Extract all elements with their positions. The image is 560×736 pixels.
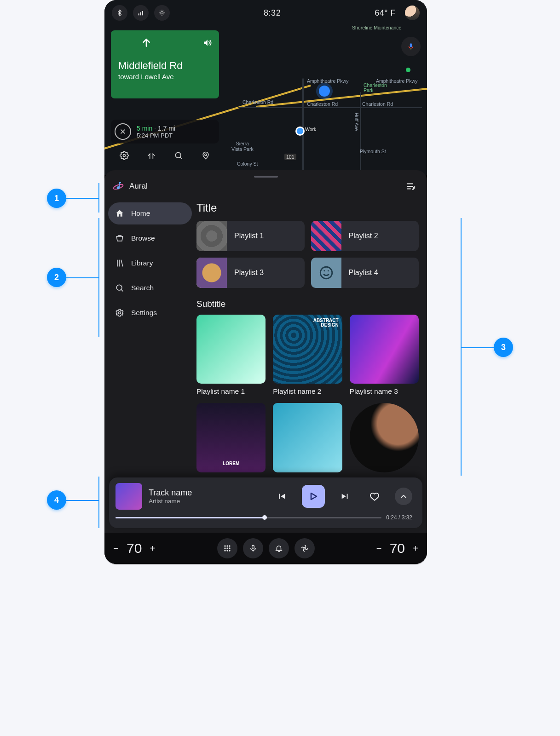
close-nav-button[interactable] bbox=[115, 123, 131, 140]
playlist-tile[interactable]: Playlist name 3 bbox=[350, 315, 419, 396]
playlist-card[interactable]: Playlist 3 bbox=[196, 258, 305, 288]
voice-assistant-button[interactable] bbox=[401, 37, 421, 56]
np-album-art[interactable] bbox=[115, 483, 142, 510]
rail-item-home[interactable]: Home bbox=[108, 202, 192, 224]
expand-button[interactable] bbox=[395, 488, 412, 505]
progress-knob[interactable] bbox=[262, 515, 267, 520]
svg-point-10 bbox=[119, 312, 121, 314]
playlist-label: Playlist 4 bbox=[341, 269, 386, 277]
playlist-label: Playlist 1 bbox=[227, 232, 271, 240]
progress-track[interactable] bbox=[115, 517, 381, 518]
nav-routes-icon[interactable] bbox=[147, 151, 156, 162]
left-climate[interactable]: − 70 + bbox=[110, 540, 158, 556]
nav-location-icon[interactable] bbox=[201, 151, 210, 162]
hvac-fan-button[interactable] bbox=[294, 538, 315, 558]
play-button[interactable] bbox=[302, 485, 325, 508]
svg-point-6 bbox=[205, 154, 207, 155]
svg-point-11 bbox=[320, 267, 332, 279]
playlist-tile[interactable] bbox=[350, 403, 419, 472]
playlist-art bbox=[196, 221, 227, 251]
svg-point-9 bbox=[116, 285, 122, 290]
nav-audio-icon[interactable] bbox=[202, 38, 212, 49]
rail-item-library[interactable]: Library bbox=[108, 252, 192, 274]
apps-button[interactable] bbox=[217, 538, 237, 558]
search-icon bbox=[115, 283, 125, 293]
playlist-tile[interactable]: ABSTRACT DESIGNPlaylist name 2 bbox=[273, 315, 342, 396]
playlist-card[interactable]: Playlist 1 bbox=[196, 221, 305, 251]
app-logo-icon bbox=[113, 181, 124, 192]
playlist-tile[interactable] bbox=[273, 403, 342, 472]
poi-work-label: Work bbox=[305, 126, 316, 132]
eta-bar[interactable]: 5 min · 1.7 mi 5:24 PM PDT bbox=[111, 120, 219, 144]
annotation-2: 2 bbox=[47, 268, 66, 287]
temp-plus-button[interactable]: + bbox=[410, 542, 421, 554]
playlist-tile[interactable]: LOREM bbox=[196, 403, 266, 472]
nav-settings-icon[interactable] bbox=[120, 151, 129, 162]
rail-item-search[interactable]: Search bbox=[108, 277, 192, 299]
assistant-mic-button[interactable] bbox=[243, 538, 263, 558]
rail-label: Browse bbox=[131, 234, 155, 242]
annotation-1-line bbox=[66, 198, 99, 199]
now-playing-bar[interactable]: Track name Artist name 0:24 / 3:32 bbox=[109, 477, 422, 528]
street-charleston-3: Charleston Rd bbox=[362, 101, 393, 107]
right-climate[interactable]: − 70 + bbox=[373, 540, 421, 556]
nav-toward: toward Lowell Ave bbox=[118, 73, 212, 80]
label-shoreline-maint: Shoreline Maintenance bbox=[352, 25, 401, 30]
eta-text: 5 min · 1.7 mi 5:24 PM PDT bbox=[137, 125, 175, 139]
rail-item-settings[interactable]: Settings bbox=[108, 302, 192, 324]
left-temp: 70 bbox=[127, 540, 142, 556]
nav-search-icon[interactable] bbox=[174, 151, 183, 162]
annotation-3-bracket bbox=[461, 218, 462, 476]
app-name: Aural bbox=[129, 182, 148, 191]
annotation-2-line bbox=[66, 277, 99, 278]
status-bar: 8:32 64° F bbox=[104, 3, 427, 23]
app-bar: Aural bbox=[104, 170, 427, 200]
navigation-card[interactable]: Middlefield Rd toward Lowell Ave bbox=[111, 30, 219, 98]
next-button[interactable] bbox=[336, 487, 354, 506]
annotation-4: 4 bbox=[47, 490, 66, 510]
playlist-art bbox=[311, 258, 341, 288]
prev-button[interactable] bbox=[272, 487, 291, 506]
park-pin-icon bbox=[406, 68, 410, 72]
notifications-button[interactable] bbox=[269, 538, 289, 558]
poi-work-pin[interactable] bbox=[297, 128, 303, 134]
annotation-3-line bbox=[461, 347, 494, 348]
annotation-1: 1 bbox=[47, 189, 66, 208]
app-brand[interactable]: Aural bbox=[113, 181, 148, 192]
section-title: Title bbox=[196, 201, 419, 214]
sheet-drag-handle[interactable] bbox=[254, 176, 278, 178]
map-view[interactable]: Amphitheatre Pkwy Amphitheatre Pkwy Char… bbox=[104, 0, 427, 175]
svg-point-5 bbox=[175, 152, 181, 158]
clock: 8:32 bbox=[175, 8, 369, 18]
playlist-card[interactable]: Playlist 2 bbox=[311, 221, 419, 251]
svg-point-14 bbox=[229, 545, 230, 546]
highway-shield: 101 bbox=[284, 154, 296, 160]
svg-point-22 bbox=[304, 547, 305, 549]
bluetooth-icon[interactable] bbox=[112, 5, 127, 21]
playlist-tile[interactable]: Playlist name 1 bbox=[196, 315, 266, 396]
cover-overlay-text: LOREM bbox=[223, 461, 239, 466]
temp-minus-button[interactable]: − bbox=[110, 542, 122, 554]
queue-button[interactable] bbox=[403, 178, 419, 194]
tile-caption: Playlist name 1 bbox=[196, 387, 266, 396]
temp-plus-button[interactable]: + bbox=[146, 542, 158, 554]
np-time: 0:24 / 3:32 bbox=[386, 514, 412, 521]
outside-temp: 64° F bbox=[375, 8, 396, 18]
np-meta: Track name Artist name bbox=[149, 488, 192, 505]
street-huff: Huff Ave bbox=[354, 113, 359, 131]
system-bar: − 70 + − 70 + bbox=[104, 533, 427, 564]
signal-icon[interactable] bbox=[133, 5, 149, 21]
brightness-icon[interactable] bbox=[154, 5, 170, 21]
cover-overlay-text: ABSTRACT DESIGN bbox=[313, 318, 339, 328]
rail-label: Home bbox=[131, 209, 150, 218]
profile-avatar[interactable] bbox=[405, 6, 420, 20]
temp-minus-button[interactable]: − bbox=[373, 542, 385, 554]
like-button[interactable] bbox=[365, 487, 384, 506]
current-location-puck bbox=[319, 86, 330, 97]
playlist-card[interactable]: Playlist 4 bbox=[311, 258, 419, 288]
svg-point-15 bbox=[224, 547, 225, 549]
svg-point-17 bbox=[229, 547, 230, 549]
device-frame: Amphitheatre Pkwy Amphitheatre Pkwy Char… bbox=[104, 0, 427, 564]
rail-item-browse[interactable]: Browse bbox=[108, 227, 192, 249]
home-icon bbox=[115, 208, 125, 218]
